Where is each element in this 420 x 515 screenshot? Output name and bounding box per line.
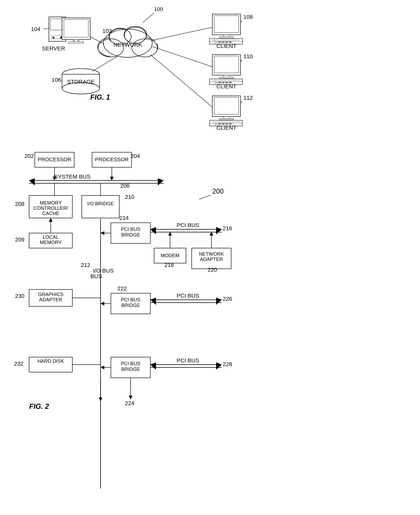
svg-marker-117 [101,366,104,369]
ref-106: 106 [52,77,61,83]
svg-marker-71 [110,177,114,181]
ref-216: 216 [223,225,232,231]
processor2-label: PROCESSOR [95,157,129,162]
modem-label: MODEM [161,253,180,258]
svg-marker-107 [216,297,222,305]
ref-214: 214 [119,215,129,221]
svg-marker-92 [216,227,222,234]
ref-209: 209 [15,236,24,243]
svg-line-0 [143,13,154,23]
ref-206: 206 [120,182,130,189]
client2-label: CLIENT [217,83,237,90]
svg-text:MEMORY: MEMORY [40,239,62,245]
ref-224: 224 [125,400,134,406]
iobus-label: I/O BUS [93,267,114,274]
server-label: SERVER [42,45,65,52]
svg-marker-125 [99,398,102,401]
svg-rect-40 [212,54,240,75]
ref-226: 226 [223,296,232,302]
svg-text:BRIDGE: BRIDGE [121,366,140,372]
pcibus3-label: PCI BUS [177,357,199,364]
ref-102: 102 [102,28,112,34]
svg-rect-43 [219,77,233,78]
svg-marker-119 [129,396,133,399]
svg-marker-67 [158,178,164,186]
svg-text:ADAPTER: ADAPTER [200,256,223,262]
memctrl-label: MEMORY [40,200,62,206]
client1-label: CLIENT [217,43,237,49]
ref-218: 218 [165,262,174,268]
svg-marker-66 [29,178,35,186]
ref-220: 220 [208,266,217,273]
svg-text:CONTROLLER/: CONTROLLER/ [33,205,68,211]
svg-rect-9 [69,42,84,43]
processor1-label: PROCESSOR [38,157,71,162]
storage-label: STORAGE [67,79,95,85]
svg-rect-50 [212,96,240,117]
ref-202: 202 [24,153,34,159]
pcibus1-label: PCI BUS [177,222,199,228]
svg-rect-33 [219,37,233,38]
ref-228: 228 [223,361,232,367]
pcibridge1-label: PCI BUS [121,226,140,232]
network-label: NETWORK [113,42,142,48]
svg-text:CACHE: CACHE [42,211,59,216]
svg-line-12 [43,28,49,29]
graphics-label: GRAPHICS [38,292,64,297]
ref-200: 200 [212,187,224,195]
netadapter-label: NETWORK [199,251,224,257]
svg-line-60 [199,195,210,199]
svg-text:BUS: BUS [90,273,102,279]
svg-marker-104 [101,302,104,305]
pcibridge3-label: PCI BUS [121,361,140,366]
ref-204: 204 [131,153,140,159]
svg-marker-83 [49,218,52,222]
svg-marker-93 [150,227,156,234]
svg-marker-123 [150,362,156,370]
svg-line-39 [152,27,212,40]
ref-232: 232 [14,361,23,367]
ref-210: 210 [125,194,134,200]
diagram-container: 100 SERVER 104 NETWORK 102 [0,0,420,515]
svg-marker-89 [101,231,104,235]
ref-112: 112 [243,95,253,101]
svg-text:ADAPTER: ADAPTER [39,297,62,303]
harddisk-label: HARD DISK [38,358,64,364]
svg-line-29 [92,56,117,71]
fig2-title: FIG. 2 [29,402,49,410]
ref-230: 230 [15,293,24,299]
svg-text:BRIDGE: BRIDGE [121,232,140,238]
ref-208: 208 [15,201,24,207]
pcibus2-label: PCI BUS [177,292,199,299]
iobridge-label: I/O BRIDGE [87,201,114,206]
svg-rect-6 [62,18,90,39]
ref-212: 212 [81,262,90,268]
svg-line-59 [150,54,212,107]
fig1-title: FIG. 1 [90,93,110,101]
svg-text:BRIDGE: BRIDGE [121,303,140,308]
svg-marker-122 [216,362,222,370]
client3-label: CLIENT [217,125,237,131]
ref-108: 108 [243,14,253,20]
pcibridge2-label: PCI BUS [121,297,140,303]
sysbus-label: SYSTEM BUS [54,174,90,180]
svg-point-11 [78,40,78,41]
ref-110: 110 [243,53,253,59]
svg-point-3 [52,37,54,38]
svg-rect-76 [82,196,119,218]
svg-point-10 [74,40,75,41]
svg-marker-108 [150,297,156,305]
svg-rect-30 [212,14,240,35]
svg-rect-53 [219,118,233,120]
ref-104: 104 [31,26,40,32]
ref-100: 100 [154,6,163,12]
localmem-label: LOCAL [43,234,59,240]
ref-222: 222 [117,285,127,292]
